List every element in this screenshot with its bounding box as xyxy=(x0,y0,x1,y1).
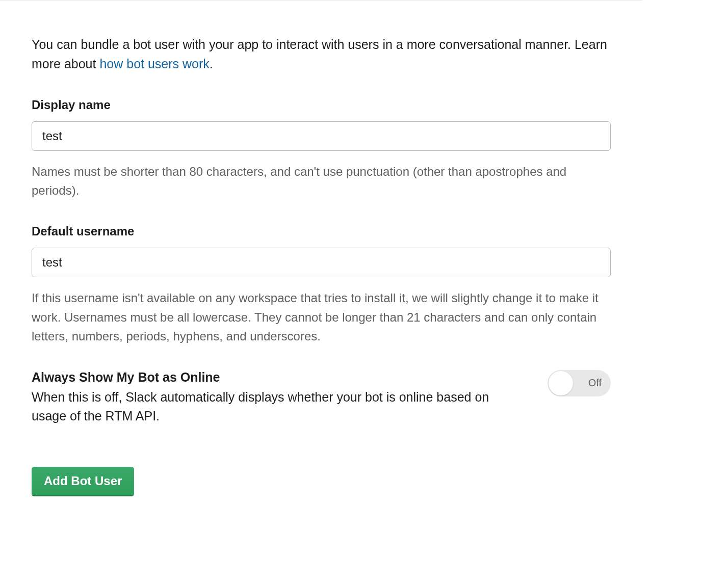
display-name-help: Names must be shorter than 80 characters… xyxy=(32,162,611,200)
default-username-group: Default username If this username isn't … xyxy=(32,224,611,346)
bot-user-form: You can bundle a bot user with your app … xyxy=(0,0,642,526)
default-username-help: If this username isn't available on any … xyxy=(32,288,611,346)
display-name-input[interactable] xyxy=(32,121,611,151)
always-online-info: Always Show My Bot as Online When this i… xyxy=(32,370,527,426)
intro-text-after: . xyxy=(210,57,213,71)
toggle-knob-icon xyxy=(549,371,573,395)
default-username-label: Default username xyxy=(32,224,611,238)
intro-paragraph: You can bundle a bot user with your app … xyxy=(32,35,611,73)
display-name-group: Display name Names must be shorter than … xyxy=(32,98,611,200)
always-online-toggle[interactable]: Off xyxy=(548,370,611,396)
toggle-state-text: Off xyxy=(588,377,602,389)
always-online-description: When this is off, Slack automatically di… xyxy=(32,388,527,426)
default-username-input[interactable] xyxy=(32,248,611,277)
how-bots-work-link[interactable]: how bot users work xyxy=(99,57,209,71)
display-name-label: Display name xyxy=(32,98,611,112)
add-bot-user-button[interactable]: Add Bot User xyxy=(32,467,134,495)
always-online-row: Always Show My Bot as Online When this i… xyxy=(32,370,611,426)
always-online-label: Always Show My Bot as Online xyxy=(32,370,527,385)
